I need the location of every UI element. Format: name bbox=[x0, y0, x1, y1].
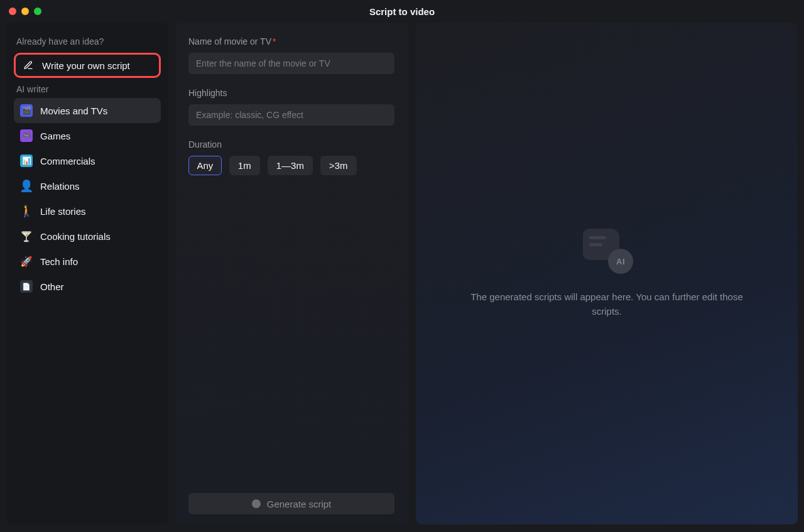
form-panel: Name of movie or TV* Highlights Duration… bbox=[176, 23, 408, 524]
presentation-icon: 📊 bbox=[20, 155, 33, 167]
sidebar-item-commercials[interactable]: 📊 Commercials bbox=[14, 148, 161, 173]
sidebar-item-games[interactable]: 🎮 Games bbox=[14, 123, 161, 148]
write-own-script-button[interactable]: Write your own script bbox=[14, 53, 161, 78]
loading-dot-icon bbox=[252, 499, 261, 508]
ai-badge-icon: AI bbox=[608, 249, 633, 274]
titlebar: Script to video bbox=[0, 0, 804, 23]
output-empty-text: The generated scripts will appear here. … bbox=[469, 290, 745, 318]
name-field-label: Name of movie or TV* bbox=[188, 36, 396, 46]
required-star-icon: * bbox=[273, 36, 276, 46]
clapper-icon: 🎬 bbox=[20, 104, 33, 117]
sidebar-item-label: Tech info bbox=[40, 256, 78, 267]
sidebar-item-label: Life stories bbox=[40, 206, 86, 217]
document-icon: 📄 bbox=[20, 280, 33, 293]
duration-field-label: Duration bbox=[188, 139, 396, 149]
generate-script-label: Generate script bbox=[267, 499, 332, 509]
sidebar-item-movies-tvs[interactable]: 🎬 Movies and TVs bbox=[14, 98, 161, 123]
output-panel: AI The generated scripts will appear her… bbox=[416, 23, 798, 524]
gamepad-icon: 🎮 bbox=[20, 129, 33, 142]
duration-any-button[interactable]: Any bbox=[188, 156, 222, 175]
movie-name-input[interactable] bbox=[188, 53, 394, 74]
sidebar-item-life-stories[interactable]: 🚶 Life stories bbox=[14, 198, 161, 224]
window-controls bbox=[0, 8, 41, 15]
window-title: Script to video bbox=[369, 6, 435, 17]
highlights-field-label: Highlights bbox=[188, 88, 396, 98]
sidebar-item-tech-info[interactable]: 🚀 Tech info bbox=[14, 249, 161, 274]
walking-icon: 🚶 bbox=[20, 205, 33, 217]
output-empty-icon: AI bbox=[582, 229, 632, 273]
duration-1m-button[interactable]: 1m bbox=[229, 156, 260, 175]
sidebar-item-label: Other bbox=[40, 281, 64, 292]
highlights-input[interactable] bbox=[188, 104, 394, 126]
sidebar-item-relations[interactable]: 👤 Relations bbox=[14, 173, 161, 198]
sidebar-item-label: Games bbox=[40, 131, 70, 141]
sidebar: Already have an idea? Write your own scr… bbox=[6, 23, 168, 524]
write-own-script-label: Write your own script bbox=[42, 60, 130, 71]
minimize-icon[interactable] bbox=[21, 8, 29, 15]
rocket-icon: 🚀 bbox=[20, 255, 33, 268]
sidebar-item-label: Relations bbox=[40, 181, 80, 192]
sidebar-item-other[interactable]: 📄 Other bbox=[14, 274, 161, 299]
sidebar-item-cooking[interactable]: 🍸 Cooking tutorials bbox=[14, 224, 161, 249]
person-icon: 👤 bbox=[20, 180, 33, 192]
sidebar-item-label: Commercials bbox=[40, 156, 95, 166]
pencil-icon bbox=[22, 59, 35, 72]
duration-1-3m-button[interactable]: 1—3m bbox=[268, 156, 313, 175]
already-have-label: Already have an idea? bbox=[16, 36, 158, 46]
maximize-icon[interactable] bbox=[34, 8, 41, 15]
generate-script-button[interactable]: Generate script bbox=[188, 493, 394, 514]
cocktail-icon: 🍸 bbox=[20, 230, 33, 242]
duration-gt3m-button[interactable]: >3m bbox=[320, 156, 357, 175]
ai-writer-section-label: AI writer bbox=[16, 84, 158, 94]
sidebar-item-label: Cooking tutorials bbox=[40, 231, 111, 242]
close-icon[interactable] bbox=[9, 8, 16, 15]
sidebar-item-label: Movies and TVs bbox=[40, 106, 107, 116]
